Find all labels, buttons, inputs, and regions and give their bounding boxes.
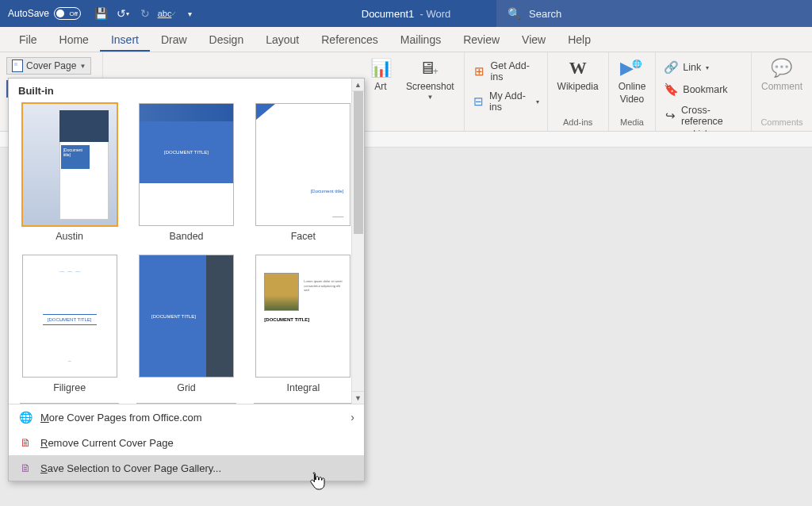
online-video-label-2: Video (620, 94, 644, 105)
tell-me-search[interactable]: 🔍 Search (496, 0, 812, 27)
customize-qat-icon[interactable]: ▾ (182, 6, 197, 21)
tab-layout[interactable]: Layout (255, 29, 310, 52)
gallery-item-banded[interactable]: [DOCUMENT TITLE] Banded (136, 103, 236, 242)
more-cover-pages-item[interactable]: 🌐 More Cover Pages from Office.com (9, 404, 364, 430)
gallery-footer-menu: 🌐 More Cover Pages from Office.com 🗎 Rem… (9, 404, 364, 481)
thumb-banded: [DOCUMENT TITLE] (139, 103, 234, 226)
wikipedia-label: Wikipedia (557, 81, 599, 92)
ribbon-tab-strip: File Home Insert Draw Design Layout Refe… (0, 27, 812, 52)
my-addins-button[interactable]: ⊟My Add-ins ▾ (469, 89, 542, 114)
save-icon[interactable]: 💾 (94, 6, 108, 21)
globe-icon: 🌐 (18, 410, 33, 424)
gallery-item-grid[interactable]: [DOCUMENT TITLE] Grid (136, 255, 236, 393)
tab-home[interactable]: Home (48, 29, 100, 52)
scroll-down-icon[interactable]: ▼ (352, 391, 364, 404)
save-selection-label: Save Selection to Cover Page Gallery... (40, 462, 221, 474)
autosave-state: Off (70, 10, 79, 17)
cover-page-gallery-dropdown: Built-in [Document title] Austin [DOCUME… (8, 78, 365, 481)
wikipedia-icon: W (567, 57, 589, 79)
comment-button[interactable]: 💬 Comment (756, 56, 807, 94)
redo-icon[interactable]: ↻ (138, 6, 152, 21)
smartart-stub-label: Art (374, 81, 386, 92)
get-addins-label: Get Add-ins (491, 60, 539, 82)
gallery-item-label: Grid (177, 382, 196, 393)
chart-icon: 📊 (370, 57, 392, 79)
thumb-facet: [Document title] ──── (255, 103, 350, 226)
thumb-title: [DOCUMENT TITLE] (264, 317, 309, 322)
tab-file[interactable]: File (8, 29, 48, 52)
save-page-icon: 🗎 (18, 461, 33, 475)
tab-design[interactable]: Design (198, 29, 255, 52)
gallery-item-label: Filigree (53, 382, 86, 393)
thumb-grid: [DOCUMENT TITLE] (139, 255, 234, 378)
gallery-item-integral[interactable]: Lorem ipsum dolor sit amet consectetur a… (254, 255, 353, 393)
thumb-title: [DOCUMENT TITLE] (140, 255, 208, 377)
addins-icon: ⊟ (473, 94, 485, 109)
tab-mailings[interactable]: Mailings (389, 29, 452, 52)
gallery-item-label: Facet (291, 231, 316, 242)
gallery-item-facet[interactable]: [Document title] ──── Facet (254, 103, 353, 242)
link-icon: 🔗 (664, 60, 678, 75)
tab-draw[interactable]: Draw (150, 29, 198, 52)
gallery-item-label: Integral (286, 382, 320, 393)
group-label-addins: Add-ins (553, 117, 603, 129)
chart-button-stub[interactable]: 📊 Art (365, 56, 396, 94)
gallery-scrollbar[interactable]: ▲ ▼ (351, 79, 364, 404)
quick-access-toolbar: 💾 ↺▾ ↻ abc✓ ▾ (89, 6, 201, 21)
group-label-media: Media (614, 117, 651, 129)
cover-page-button[interactable]: Cover Page ▼ (6, 57, 91, 75)
tab-references[interactable]: References (310, 29, 389, 52)
cover-page-label: Cover Page (26, 60, 76, 71)
video-icon: ▶🌐 (621, 57, 643, 79)
autosave-control[interactable]: AutoSave Off (0, 7, 89, 20)
page-icon (12, 59, 23, 72)
title-bar: AutoSave Off 💾 ↺▾ ↻ abc✓ ▾ Document1 - W… (0, 0, 812, 27)
scrollbar-thumb[interactable] (354, 91, 363, 234)
thumb-title: [DOCUMENT TITLE] (140, 121, 233, 183)
thumb-filigree: ⌒⌒⌒ [DOCUMENT TITLE] — (22, 255, 117, 378)
undo-icon[interactable]: ↺▾ (116, 6, 130, 21)
tab-review[interactable]: Review (452, 29, 511, 52)
autosave-toggle[interactable]: Off (54, 7, 81, 20)
tab-insert[interactable]: Insert (100, 29, 150, 52)
wikipedia-button[interactable]: W Wikipedia (553, 56, 603, 94)
crossref-label: Cross-reference (681, 105, 743, 127)
get-addins-button[interactable]: ⊞Get Add-ins (469, 59, 542, 84)
chevron-down-icon: ▼ (79, 63, 86, 70)
screenshot-button[interactable]: 🖥+ Screenshot ▼ (401, 56, 459, 102)
gallery-item-filigree[interactable]: ⌒⌒⌒ [DOCUMENT TITLE] — Filigree (20, 255, 119, 393)
save-selection-item[interactable]: 🗎 Save Selection to Cover Page Gallery..… (9, 455, 364, 481)
remove-cover-page-item[interactable]: 🗎 Remove Current Cover Page (9, 430, 364, 455)
more-cover-pages-label: More Cover Pages from Office.com (40, 412, 202, 424)
group-label-comments: Comments (756, 117, 807, 129)
online-video-button[interactable]: ▶🌐 Online Video (614, 56, 651, 106)
document-name: Document1 (362, 8, 414, 20)
gallery-item-peek[interactable] (254, 403, 353, 404)
remove-cover-page-label: Remove Current Cover Page (40, 437, 174, 449)
bookmark-label: Bookmark (683, 84, 727, 95)
chevron-down-icon: ▾ (536, 98, 539, 105)
scroll-up-icon[interactable]: ▲ (352, 79, 364, 91)
spellcheck-icon[interactable]: abc✓ (160, 6, 174, 21)
bookmark-icon: 🔖 (664, 82, 678, 97)
gallery-item-peek[interactable] (20, 403, 119, 404)
gallery-item-label: Banded (169, 231, 203, 242)
crossref-button[interactable]: ↪Cross-reference (661, 103, 746, 128)
gallery-item-peek[interactable] (136, 403, 236, 404)
tab-help[interactable]: Help (557, 29, 602, 52)
search-icon: 🔍 (508, 7, 521, 20)
cover-page-gallery: [Document title] Austin [DOCUMENT TITLE]… (9, 102, 364, 403)
gallery-item-label: Austin (56, 231, 83, 242)
tab-view[interactable]: View (511, 29, 557, 52)
my-addins-label: My Add-ins (489, 90, 531, 113)
app-name: Word (426, 8, 450, 20)
thumb-title: [Document title] (61, 145, 90, 169)
screenshot-label: Screenshot (406, 81, 454, 92)
link-button[interactable]: 🔗Link ▾ (661, 59, 746, 76)
thumb-austin: [Document title] (22, 103, 117, 226)
comment-icon: 💬 (771, 57, 793, 79)
gallery-item-austin[interactable]: [Document title] Austin (20, 103, 119, 242)
link-label: Link (683, 62, 701, 73)
crossref-icon: ↪ (664, 109, 676, 123)
bookmark-button[interactable]: 🔖Bookmark (661, 81, 746, 98)
